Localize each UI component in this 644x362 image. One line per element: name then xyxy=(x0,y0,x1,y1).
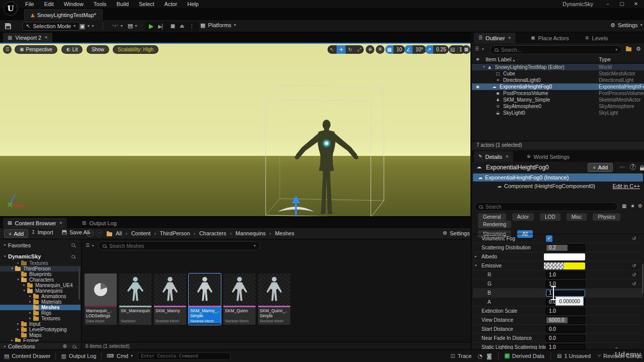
outliner-row-postprocessvolume[interactable]: PostProcessVolume PostProcessVolume xyxy=(472,90,644,97)
extinction-scale-field[interactable]: 1.0 xyxy=(546,308,585,315)
collapse-arrow-icon[interactable] xyxy=(475,264,477,267)
breadcrumb-meshes[interactable]: Meshes xyxy=(275,230,294,236)
import-button[interactable]: Import xyxy=(31,229,53,235)
snapshot-icon[interactable] xyxy=(487,353,492,359)
add-component-button[interactable]: +Add xyxy=(588,163,613,172)
breadcrumb-content[interactable]: Content xyxy=(131,230,151,236)
tree-item-input[interactable]: Input xyxy=(0,321,80,327)
menu-help[interactable]: Help xyxy=(182,0,204,8)
search-icon[interactable] xyxy=(72,345,76,348)
eject-button[interactable] xyxy=(180,24,184,29)
forward-button[interactable] xyxy=(96,230,103,237)
favorites-icon[interactable] xyxy=(630,204,635,209)
tree-item-thirdperson[interactable]: ThirdPerson xyxy=(0,266,80,272)
tab-levels[interactable]: Levels xyxy=(581,33,612,43)
blueprints-button[interactable] xyxy=(112,24,123,28)
menu-edit[interactable]: Edit xyxy=(39,0,59,8)
asset-tile-sk-mannequin[interactable]: SK_Mannequin Skeleton xyxy=(119,274,151,325)
tree-item-materials[interactable]: Materials xyxy=(0,299,80,305)
browser-settings-button[interactable]: Settings xyxy=(443,230,470,236)
viewport-canvas[interactable]: Perspective Lit Show Scalability: High 1… xyxy=(0,44,470,216)
content-drawer-button[interactable]: Content Drawer xyxy=(4,353,50,359)
minimize-button[interactable] xyxy=(601,0,615,8)
component-row[interactable]: Component (HeightFogComponent0) Edit in … xyxy=(473,182,643,190)
grid-snap-toggle[interactable] xyxy=(385,45,393,54)
tree-item-meshes[interactable]: Meshes xyxy=(0,305,80,310)
reset-icon[interactable] xyxy=(632,263,636,268)
editor-settings-dropdown[interactable]: Settings xyxy=(610,22,642,28)
reset-icon[interactable] xyxy=(632,282,636,287)
tree-item-mannequin-ue4[interactable]: Mannequin_UE4 xyxy=(0,283,80,288)
platforms-dropdown[interactable]: Platforms xyxy=(200,22,236,28)
favorites-header[interactable]: Favorites xyxy=(0,241,81,249)
select-tool[interactable] xyxy=(328,45,337,54)
outliner-row-skm-manny[interactable]: SKM_Manny_Simple SkeletalMeshActor xyxy=(472,97,644,103)
column-type[interactable]: Type xyxy=(599,56,611,62)
unreal-logo-icon[interactable]: U xyxy=(4,2,18,16)
asset-search-input[interactable] xyxy=(98,241,260,250)
maximize-viewport-button[interactable] xyxy=(462,45,470,54)
surface-snapping-button[interactable] xyxy=(376,45,384,54)
trace-button[interactable]: Trace xyxy=(450,353,471,359)
tree-item-mannequins[interactable]: Mannequins xyxy=(0,288,80,294)
scale-tool[interactable] xyxy=(355,45,364,54)
save-all-button[interactable]: Save All xyxy=(61,229,90,235)
play-options-icon[interactable] xyxy=(189,24,195,29)
outliner-row-cube[interactable]: Cube StaticMeshActor xyxy=(472,70,644,77)
asset-tile-skm-manny-simple[interactable]: SKM_Manny_.. Simple Skeletal Mesh xyxy=(189,274,221,325)
albedo-color-swatch[interactable] xyxy=(544,253,585,260)
cinematics-button[interactable] xyxy=(128,23,137,29)
menu-file[interactable]: File xyxy=(20,0,39,8)
search-icon[interactable] xyxy=(71,255,75,258)
tree-item-textures-top[interactable]: Textures xyxy=(0,260,80,266)
console-command-input[interactable] xyxy=(138,352,230,360)
add-asset-button[interactable]: +Add xyxy=(4,229,28,238)
filter-icon[interactable] xyxy=(475,47,479,51)
breadcrumb-all[interactable]: All xyxy=(116,230,122,236)
instance-row[interactable]: ExponentialHeightFog0 (Instance) xyxy=(473,173,643,182)
tab-level-snowylightingtestmap[interactable]: SnowyLightingTestMap* xyxy=(24,9,103,20)
move-tool[interactable] xyxy=(337,45,346,54)
chevron-down-icon[interactable] xyxy=(482,48,484,51)
near-fade-in-distance-field[interactable]: 0.0 xyxy=(546,335,585,342)
outliner-row-exponentialheightfog[interactable]: ExponentialHeightFog0 ExponentialHeightF… xyxy=(472,83,644,90)
world-local-toggle[interactable] xyxy=(366,45,374,54)
close-icon[interactable] xyxy=(505,155,509,159)
close-icon[interactable] xyxy=(508,36,512,40)
outliner-row-skyatmosphere[interactable]: SkyAtmosphere0 SkyAtmosphere xyxy=(472,103,644,110)
cmd-dropdown[interactable]: Cmd xyxy=(107,353,133,359)
tree-item-blueprints[interactable]: Blueprints xyxy=(0,272,80,277)
scattering-distribution-field[interactable]: 0.2 xyxy=(546,244,585,251)
menu-build[interactable]: Build xyxy=(112,0,134,8)
create-folder-icon[interactable] xyxy=(626,46,634,52)
tree-item-textures[interactable]: Textures xyxy=(0,316,80,321)
blueprint-icon[interactable] xyxy=(619,165,625,169)
gear-icon[interactable] xyxy=(638,204,642,209)
rotation-snap-value[interactable]: 10° xyxy=(413,47,426,52)
emissive-r-field[interactable]: 1.0 xyxy=(546,272,585,279)
save-button[interactable] xyxy=(5,23,11,30)
chevron-down-icon[interactable] xyxy=(92,244,94,248)
static-lighting-scattering-field[interactable]: 1.0 xyxy=(546,344,585,349)
expand-arrow-icon[interactable] xyxy=(475,255,477,258)
details-scrollbar[interactable] xyxy=(642,263,643,294)
derived-data-button[interactable]: Derived Data xyxy=(505,353,544,359)
rotation-snap-toggle[interactable] xyxy=(405,45,413,54)
chevron-down-icon[interactable] xyxy=(254,244,256,248)
back-button[interactable] xyxy=(87,230,94,237)
show-dropdown[interactable]: Show xyxy=(87,45,109,54)
breadcrumb-mannequins[interactable]: Mannequins xyxy=(235,230,266,236)
breadcrumb-characters[interactable]: Characters xyxy=(199,230,226,236)
grid-snap-value[interactable]: 10 xyxy=(393,47,405,52)
asset-tile-lodsettings[interactable]: Mannequin_.. LODSettings Data Asset xyxy=(85,274,117,325)
volumetric-fog-checkbox[interactable] xyxy=(546,235,552,242)
viewport-options-menu[interactable] xyxy=(3,45,12,54)
asset-tile-skm-manny[interactable]: SKM_Manny Skeletal Mesh xyxy=(154,274,186,325)
close-button[interactable] xyxy=(629,0,643,8)
scalability-button[interactable]: Scalability: High xyxy=(113,45,158,54)
filter-misc[interactable]: Misc xyxy=(567,213,587,221)
filter-icon[interactable] xyxy=(86,243,90,248)
tab-place-actors[interactable]: Place Actors xyxy=(526,33,574,43)
tree-root-dynamicsky[interactable]: DynamicSky xyxy=(0,252,81,260)
close-icon[interactable] xyxy=(44,36,48,40)
